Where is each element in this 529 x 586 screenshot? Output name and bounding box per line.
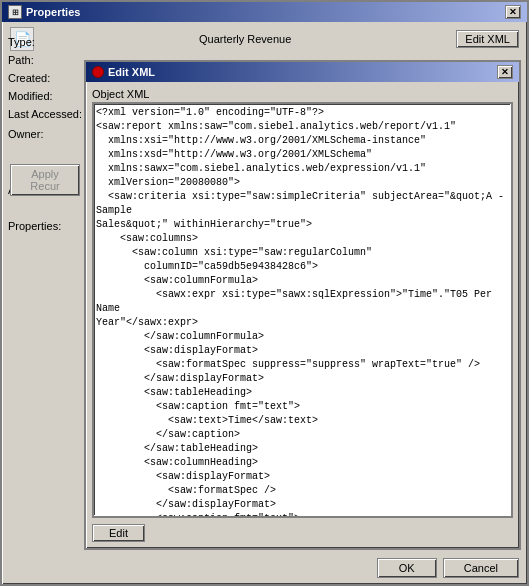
apply-recur-button[interactable]: Apply Recur xyxy=(10,164,80,196)
cancel-button[interactable]: Cancel xyxy=(443,558,519,578)
outer-titlebar: ⊞ Properties ✕ xyxy=(2,2,527,22)
inner-titlebar-left: Edit XML xyxy=(92,66,155,78)
owner-row: Owner: xyxy=(8,128,78,144)
report-title: Quarterly Revenue xyxy=(40,33,450,45)
outer-titlebar-left: ⊞ Properties xyxy=(8,5,80,19)
properties-row: Properties: xyxy=(8,220,78,236)
object-xml-label: Object XML xyxy=(92,86,513,102)
path-label: Path: xyxy=(8,54,34,66)
inner-buttons-row: Edit xyxy=(92,522,513,544)
created-label: Created: xyxy=(8,72,50,84)
last-accessed-row: Last Accessed: xyxy=(8,108,78,124)
properties-labels-area: Type: Path: Created: Modified: Last Acce… xyxy=(2,32,84,242)
red-circle-icon xyxy=(92,66,104,78)
last-accessed-label: Last Accessed: xyxy=(8,108,82,120)
type-row: Type: xyxy=(8,36,78,52)
ok-button[interactable]: OK xyxy=(377,558,437,578)
outer-bottom-buttons: OK Cancel xyxy=(377,558,519,578)
inner-dialog-title: Edit XML xyxy=(108,66,155,78)
edit-xml-button[interactable]: Edit XML xyxy=(456,30,519,48)
edit-xml-dialog: Edit XML ✕ Object XML <?xml version="1.0… xyxy=(84,60,521,550)
outer-close-button[interactable]: ✕ xyxy=(505,5,521,19)
edit-button[interactable]: Edit xyxy=(92,524,145,542)
created-row: Created: xyxy=(8,72,78,88)
inner-dialog-content: Object XML <?xml version="1.0" encoding=… xyxy=(86,82,519,548)
xml-text-area[interactable]: <?xml version="1.0" encoding="UTF-8"?> <… xyxy=(92,102,513,518)
properties-icon: ⊞ xyxy=(8,5,22,19)
properties-label: Properties: xyxy=(8,220,61,232)
inner-close-button[interactable]: ✕ xyxy=(497,65,513,79)
outer-window-title: Properties xyxy=(26,6,80,18)
modified-label: Modified: xyxy=(8,90,53,102)
path-row: Path: xyxy=(8,54,78,70)
type-label: Type: xyxy=(8,36,35,48)
properties-window: ⊞ Properties ✕ 📄 Quarterly Revenue Edit … xyxy=(0,0,529,586)
modified-row: Modified: xyxy=(8,90,78,106)
owner-label: Owner: xyxy=(8,128,43,140)
inner-titlebar: Edit XML ✕ xyxy=(86,62,519,82)
